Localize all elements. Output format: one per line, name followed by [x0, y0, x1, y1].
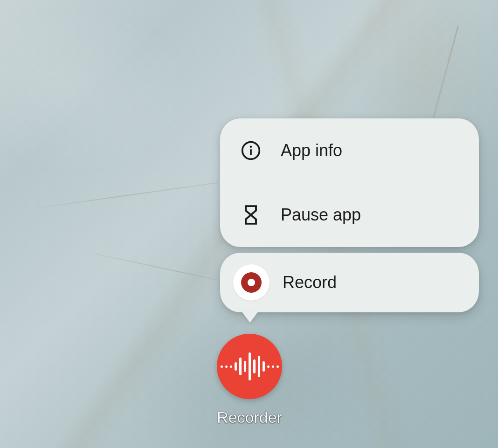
menu-item-label: Pause app — [281, 205, 361, 225]
menu-item-pause-app[interactable]: Pause app — [220, 183, 479, 247]
shortcut-item-record[interactable]: Record — [220, 253, 479, 312]
app-icon-recorder[interactable]: Recorder — [217, 334, 282, 427]
hourglass-icon — [238, 202, 264, 228]
context-menu-system: App info Pause app — [220, 118, 479, 247]
recorder-app-icon — [217, 334, 282, 399]
info-icon — [238, 138, 264, 164]
wallpaper-texture — [24, 182, 218, 210]
menu-item-label: App info — [281, 141, 342, 160]
menu-item-app-info[interactable]: App info — [220, 118, 479, 183]
menu-pointer — [242, 311, 258, 323]
context-menu-shortcuts: Record — [220, 253, 479, 312]
svg-point-2 — [250, 146, 252, 148]
record-icon — [233, 264, 270, 301]
waveform-icon — [221, 352, 279, 380]
app-icon-label: Recorder — [217, 408, 282, 427]
shortcut-item-label: Record — [283, 273, 337, 292]
